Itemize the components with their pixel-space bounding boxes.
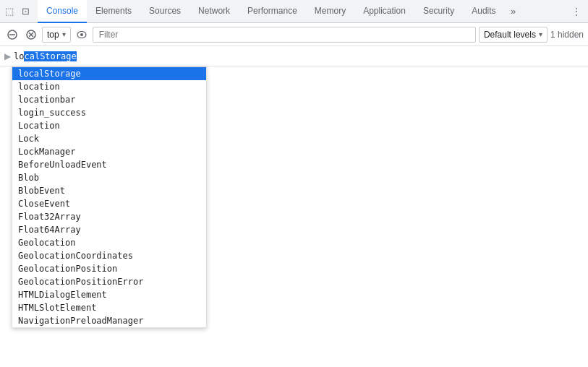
stop-recording-button[interactable] (23, 27, 39, 43)
autocomplete-dropdown: localStoragelocationlocationbarlogin_suc… (12, 66, 207, 328)
console-autocomplete-hint: calStorage (24, 51, 76, 61)
autocomplete-item[interactable]: CloseEvent (12, 197, 206, 210)
tab-application[interactable]: Application (354, 0, 414, 23)
log-level-arrow: ▾ (539, 30, 542, 38)
autocomplete-list: localStoragelocationlocationbarlogin_suc… (12, 67, 206, 327)
context-label: top (47, 30, 59, 40)
svg-point-6 (80, 33, 83, 36)
autocomplete-item[interactable]: LockManager (12, 145, 206, 158)
autocomplete-item[interactable]: login_success (12, 106, 206, 119)
autocomplete-item[interactable]: localStorage (12, 67, 206, 80)
hidden-count-badge: 1 hidden (550, 30, 584, 40)
tab-bar: ⬚ ⊡ ConsoleElementsSourcesNetworkPerform… (0, 0, 588, 23)
autocomplete-item[interactable]: GeolocationPositionError (12, 275, 206, 288)
tab-memory[interactable]: Memory (306, 0, 354, 23)
autocomplete-item[interactable]: NavigationPreloadManager (12, 314, 206, 327)
autocomplete-item[interactable]: location (12, 80, 206, 93)
tab-sources[interactable]: Sources (140, 0, 189, 23)
devtools-menu-button[interactable]: ⋮ (568, 3, 585, 20)
tab-security[interactable]: Security (414, 0, 463, 23)
tab-audits[interactable]: Audits (463, 0, 504, 23)
autocomplete-item[interactable]: HTMLSlotElement (12, 301, 206, 314)
autocomplete-item[interactable]: BlobEvent (12, 184, 206, 197)
tab-console[interactable]: Console (38, 0, 87, 23)
autocomplete-item[interactable]: Geolocation (12, 236, 206, 249)
filter-input[interactable] (93, 27, 476, 43)
context-selector[interactable]: top ▾ (42, 27, 71, 43)
autocomplete-item[interactable]: GeolocationPosition (12, 262, 206, 275)
stop-icon (26, 30, 36, 40)
autocomplete-item[interactable]: locationbar (12, 93, 206, 106)
autocomplete-item[interactable]: Float64Array (12, 223, 206, 236)
log-level-selector[interactable]: Default levels ▾ (479, 27, 547, 43)
clear-icon (7, 30, 17, 40)
clear-console-button[interactable] (4, 27, 20, 43)
more-tabs-button[interactable]: » (505, 3, 522, 20)
console-content: ▶ localStorage localStoragelocationlocat… (0, 46, 588, 367)
console-toolbar: top ▾ Default levels ▾ 1 hidden (0, 23, 588, 46)
device-icon[interactable]: ⊡ (19, 5, 32, 18)
console-input-text: localStorage (14, 51, 77, 61)
autocomplete-item[interactable]: Float32Array (12, 210, 206, 223)
eye-button[interactable] (74, 27, 90, 43)
context-arrow: ▾ (62, 30, 66, 38)
autocomplete-item[interactable]: Location (12, 119, 206, 132)
autocomplete-item[interactable]: Lock (12, 132, 206, 145)
console-input-row: ▶ localStorage (0, 46, 588, 66)
devtools-icons: ⬚ ⊡ (3, 5, 32, 18)
autocomplete-item[interactable]: HTMLDialogElement (12, 288, 206, 301)
tab-elements[interactable]: Elements (87, 0, 140, 23)
console-input-value[interactable]: lo (14, 51, 24, 61)
inspect-icon[interactable]: ⬚ (3, 5, 16, 18)
tab-performance[interactable]: Performance (239, 0, 306, 23)
tabs-container: ConsoleElementsSourcesNetworkPerformance… (38, 0, 505, 22)
log-level-label: Default levels (484, 30, 536, 40)
console-input-arrow: ▶ (4, 51, 11, 61)
tab-network[interactable]: Network (189, 0, 239, 23)
eye-icon (77, 31, 87, 38)
autocomplete-item[interactable]: BeforeUnloadEvent (12, 158, 206, 171)
autocomplete-item[interactable]: Blob (12, 171, 206, 184)
autocomplete-item[interactable]: GeolocationCoordinates (12, 249, 206, 262)
